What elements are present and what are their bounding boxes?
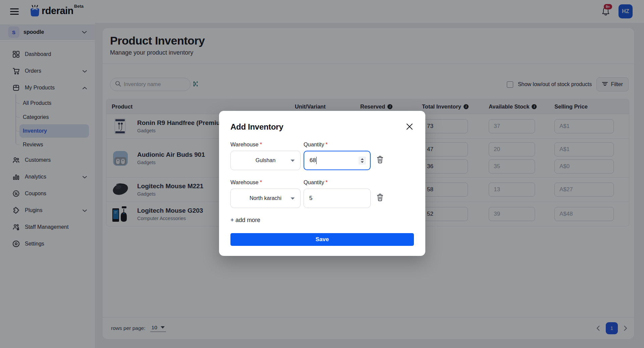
save-button[interactable]: Save [230,233,414,246]
add-inventory-modal: Add Inventory Warehouse* Gulshan Quantit… [219,111,425,256]
chevron-down-icon [290,195,295,201]
quantity-label: Quantity* [304,179,371,186]
required-asterisk: * [260,141,262,147]
inventory-entry-row: Warehouse* Gulshan Quantity* 68 [230,141,414,170]
quantity-input[interactable]: 5 [304,189,371,208]
required-asterisk: * [260,179,262,185]
quantity-label: Quantity* [304,141,371,148]
chevron-down-icon [290,157,295,163]
inventory-entry-row: Warehouse* North karachi Quantity* 5 [230,179,414,208]
warehouse-select[interactable]: North karachi [230,189,301,208]
quantity-input[interactable]: 68 [304,151,371,170]
stepper-down-icon [361,161,364,163]
number-stepper[interactable] [359,156,366,165]
modal-title: Add Inventory [230,122,283,132]
warehouse-select-value: North karachi [250,195,281,201]
warehouse-label: Warehouse* [230,179,301,186]
delete-entry-trash-icon[interactable] [377,194,383,203]
warehouse-select-value: Gulshan [256,157,276,163]
delete-entry-trash-icon[interactable] [377,156,383,165]
stepper-up-icon [361,158,364,160]
required-asterisk: * [325,179,327,185]
required-asterisk: * [325,141,327,147]
add-more-link[interactable]: + add more [230,217,260,224]
warehouse-select[interactable]: Gulshan [230,151,301,170]
text-cursor [316,157,317,164]
warehouse-label: Warehouse* [230,141,301,148]
close-icon[interactable] [405,122,414,132]
